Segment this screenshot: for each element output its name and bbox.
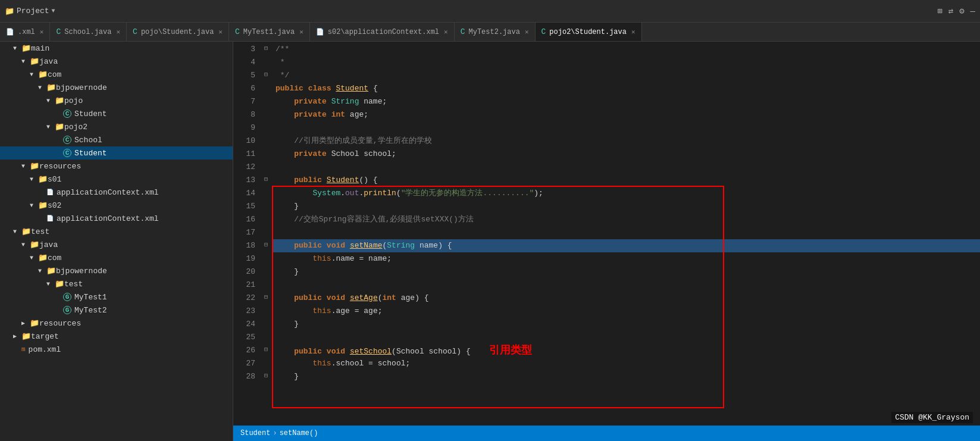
tab-mytest1-close[interactable]: ✕ [299, 28, 303, 36]
code-line-17 [272, 226, 980, 239]
gutter-5[interactable]: ⊟ [260, 68, 272, 81]
xml-icon-s02: 📄 [46, 215, 54, 222]
line-num-28: 28 [233, 370, 255, 383]
gutter-22[interactable]: ⊟ [260, 290, 272, 304]
sidebar-item-test-bjpowernode[interactable]: ▼ 📁 bjpowernode [0, 264, 233, 277]
sidebar-label-school: School [74, 136, 102, 145]
sidebar-item-com[interactable]: ▼ 📁 com [0, 68, 233, 81]
sidebar-label-mytest2: MyTest2 [74, 306, 107, 315]
sidebar-item-target[interactable]: ▶ 📁 target [0, 330, 233, 343]
arrow-bjpowernode: ▼ [38, 85, 46, 91]
sidebar-item-main[interactable]: ▼ 📁 main [0, 42, 233, 55]
sidebar-item-mytest1[interactable]: G MyTest1 [0, 290, 233, 304]
tab-pojo-student-close[interactable]: ✕ [218, 28, 223, 36]
tab-xml-close[interactable]: ✕ [40, 28, 44, 36]
sidebar-item-test[interactable]: ▼ 📁 test [0, 225, 233, 238]
gutter-18[interactable]: ⊟ [260, 238, 272, 251]
arrow-pojo: ▼ [46, 98, 55, 104]
line-num-23: 23 [233, 305, 255, 318]
dropdown-icon[interactable]: ▼ [52, 8, 55, 14]
sidebar-item-pom[interactable]: m pom.xml [0, 343, 233, 356]
sidebar-item-java[interactable]: ▼ 📁 java [0, 55, 233, 68]
folder-icon-com: 📁 [38, 70, 48, 79]
gutter-24 [260, 317, 272, 330]
breadcrumb-bar: Student › setName() [233, 426, 980, 441]
java-tab-icon-mytest2: C [461, 27, 465, 36]
sidebar-item-s01[interactable]: ▼ 📁 s01 [0, 173, 233, 186]
arrow-pojo2: ▼ [46, 124, 55, 130]
pom-icon: m [21, 346, 26, 353]
code-lines[interactable]: /** * */ public class Student { private … [272, 42, 980, 426]
sidebar-item-s01-xml[interactable]: 📄 applicationContext.xml [0, 186, 233, 199]
main-layout: ▼ 📁 main ▼ 📁 java ▼ 📁 com ▼ 📁 bjpowernod… [0, 42, 980, 441]
sidebar-item-bjpowernode[interactable]: ▼ 📁 bjpowernode [0, 81, 233, 94]
folder-icon-test: 📁 [21, 227, 31, 236]
line-num-15: 15 [233, 200, 255, 213]
code-line-7: private String name; [272, 95, 980, 108]
tab-mytest1[interactable]: C MyTest1.java ✕ [229, 23, 310, 41]
sidebar-label-java: java [39, 57, 58, 66]
gutter-3[interactable]: ⊟ [260, 42, 272, 55]
sidebar-item-s02[interactable]: ▼ 📁 s02 [0, 199, 233, 212]
line-num-22: 22 [233, 292, 255, 305]
line-num-14: 14 [233, 187, 255, 200]
sidebar-label-bjpowernode: bjpowernode [56, 83, 107, 92]
gutter-26[interactable]: ⊟ [260, 343, 272, 356]
line-num-19: 19 [233, 252, 255, 265]
sidebar-item-pojo[interactable]: ▼ 📁 pojo [0, 94, 233, 107]
tab-school-java[interactable]: C School.java ✕ [50, 23, 127, 41]
sidebar-item-mytest2[interactable]: G MyTest2 [0, 304, 233, 317]
code-line-16: //交给Spring容器注入值,必须提供setXXX()方法 [272, 213, 980, 226]
gutter-13[interactable]: ⊟ [260, 173, 272, 186]
sidebar-item-s02-xml[interactable]: 📄 applicationContext.xml [0, 212, 233, 225]
tab-s02-xml-close[interactable]: ✕ [444, 28, 448, 36]
line-num-10: 10 [233, 135, 255, 148]
tab-bar: 📄 .xml ✕ C School.java ✕ C pojo\Student.… [0, 23, 980, 42]
code-line-11: private School school; [272, 148, 980, 161]
java-icon-pojo2-student: C [63, 149, 71, 157]
tab-mytest2[interactable]: C MyTest2.java ✕ [455, 23, 536, 41]
code-line-28: } [272, 370, 980, 383]
arrow-test-com: ▼ [30, 255, 38, 261]
arrow-test-resources: ▶ [21, 320, 30, 327]
line-num-5: 5 [233, 69, 255, 82]
tab-xml[interactable]: 📄 .xml ✕ [0, 23, 50, 41]
gutter-20 [260, 264, 272, 277]
gutter-8 [260, 107, 272, 120]
code-line-3: /** [272, 43, 980, 56]
sidebar-item-test-java[interactable]: ▼ 📁 java [0, 238, 233, 251]
java-icon-school: C [63, 136, 71, 144]
sidebar-item-test-com[interactable]: ▼ 📁 com [0, 251, 233, 264]
arrow-java: ▼ [21, 58, 30, 65]
minus-icon[interactable]: — [970, 7, 975, 16]
settings-icon[interactable]: ⚙ [959, 6, 964, 16]
tab-pojo-student[interactable]: C pojo\Student.java ✕ [127, 23, 229, 41]
sidebar-item-test-resources[interactable]: ▶ 📁 resources [0, 317, 233, 330]
sync-icon[interactable]: ⇄ [948, 6, 953, 16]
code-line-20: } [272, 265, 980, 279]
tab-mytest2-close[interactable]: ✕ [525, 28, 529, 36]
code-line-5: */ [272, 69, 980, 82]
line-num-24: 24 [233, 318, 255, 331]
sidebar-scroll[interactable]: ▼ 📁 main ▼ 📁 java ▼ 📁 com ▼ 📁 bjpowernod… [0, 42, 233, 441]
gutter-14 [260, 186, 272, 199]
sidebar-item-pojo-student[interactable]: C Student [0, 107, 233, 120]
line-num-17: 17 [233, 226, 255, 239]
sidebar-item-resources[interactable]: ▼ 📁 resources [0, 159, 233, 173]
sidebar-item-test-folder[interactable]: ▼ 📁 test [0, 277, 233, 290]
line-num-27: 27 [233, 357, 255, 370]
gutter-23 [260, 304, 272, 317]
code-line-9 [272, 121, 980, 135]
tab-pojo2-student-close[interactable]: ✕ [631, 28, 635, 36]
tab-school-close[interactable]: ✕ [116, 28, 120, 36]
gutter-28[interactable]: ⊟ [260, 369, 272, 382]
tab-pojo2-student[interactable]: C pojo2\Student.java ✕ [536, 23, 642, 41]
sidebar-item-pojo2[interactable]: ▼ 📁 pojo2 [0, 120, 233, 133]
tab-s02-xml[interactable]: 📄 s02\applicationContext.xml ✕ [310, 23, 455, 41]
breadcrumb-sep: › [273, 429, 277, 437]
layout-icon[interactable]: ⊞ [937, 6, 942, 16]
folder-icon-test-bjpowernode: 📁 [46, 266, 56, 276]
arrow-resources: ▼ [21, 163, 30, 170]
sidebar-item-pojo2-student[interactable]: C Student [0, 146, 233, 159]
sidebar-item-school[interactable]: C School [0, 133, 233, 146]
